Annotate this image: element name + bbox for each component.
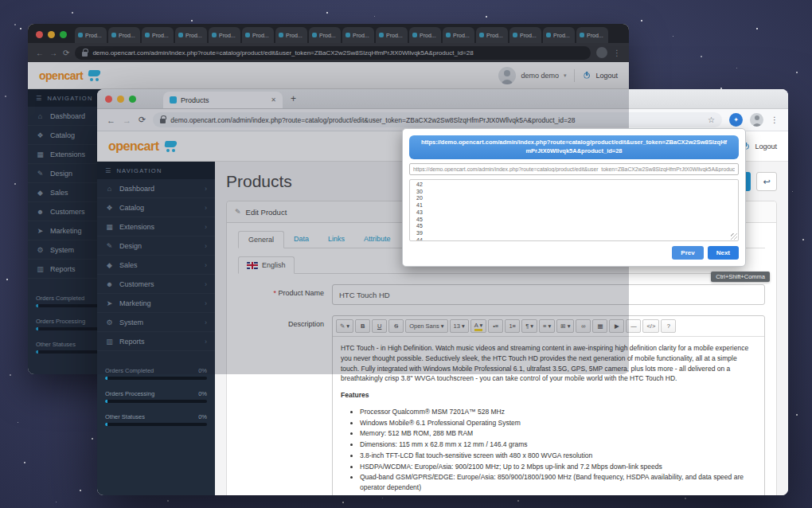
browser-tab[interactable]: Prod... [309,27,341,43]
value-line: 45 [416,223,732,230]
browser-tab[interactable]: Prod... [175,27,207,43]
tab-close-icon[interactable]: ✕ [271,96,276,104]
product-name-label: * Product Name [238,284,332,305]
uk-flag-icon [247,262,258,269]
sidebar-item-system[interactable]: ⚙ System › [97,313,215,332]
browser-tab[interactable]: Prod... [142,27,174,43]
forward-icon[interactable]: → [49,49,57,57]
editor-button-style[interactable]: ✎ ▾ [336,319,353,333]
browser-menu-icon[interactable]: ⋮ [613,49,621,57]
logout-button[interactable]: Logout [595,72,618,80]
tab-links[interactable]: Links [318,231,354,248]
profile-avatar[interactable] [596,47,607,58]
zoom-window-button[interactable] [60,31,67,38]
browser-tab[interactable]: Prod... [75,27,107,43]
description-content[interactable]: HTC Touch - in High Definition. Watch mu… [333,337,764,495]
forward-icon[interactable]: → [123,115,131,125]
browser-tab[interactable]: Prod... [342,27,374,43]
sidebar-item-extensions[interactable]: ▦ Extensions › [97,217,215,236]
opencart-logo[interactable]: opencart [39,69,103,82]
user-name[interactable]: demo demo [521,72,559,80]
editor-button-unordered-list[interactable]: •≡ [488,319,503,333]
url-text[interactable]: demo.opencart.com/admin/index.php?route=… [92,49,584,57]
minimize-window-button[interactable] [117,96,124,103]
tab-title: Prod... [520,33,537,38]
browser-tab[interactable]: Prod... [509,27,541,43]
editor-button-underline[interactable]: U [372,319,387,333]
page-title: Products [226,172,292,191]
sidebar-item-dashboard[interactable]: ⌂ Dashboard › [97,179,215,198]
editor-button-table[interactable]: ⊞ ▾ [556,319,574,333]
minimize-window-button[interactable] [48,31,55,38]
browser-tab[interactable]: Prod... [108,27,140,43]
editor-button-font-size[interactable]: 13 ▾ [450,319,469,333]
editor-button-hr[interactable]: — [626,319,641,333]
tab-data[interactable]: Data [284,231,318,248]
editor-button-ordered-list[interactable]: 1≡ [505,319,520,333]
editor-button-video[interactable]: ▶ [609,319,624,333]
browser-tab[interactable]: Prod... [576,27,608,43]
tab-language-english[interactable]: English [238,256,295,274]
browser-tab-products[interactable]: Products ✕ [163,92,283,108]
editor-button-paragraph[interactable]: ¶ ▾ [521,319,537,333]
editor-button-align[interactable]: ≡ ▾ [539,319,555,333]
zoom-window-button[interactable] [129,96,136,103]
extension-icon[interactable]: ✦ [729,113,743,127]
editor-button-help[interactable]: ? [661,319,676,333]
address-bar[interactable]: demo.opencart.com/admin/index.php?route=… [75,46,591,60]
editor-button-text-color[interactable]: A ▾ [470,319,486,333]
editor-button-code-view[interactable]: </> [642,319,659,333]
sidebar-item-reports[interactable]: ▥ Reports › [97,332,215,351]
order-stat-other-statuses: Other Statuses 0% [105,413,207,426]
browser-tab[interactable]: Prod... [409,27,441,43]
browser-tab[interactable]: Prod... [376,27,408,43]
product-name-input[interactable] [332,284,765,305]
editor-button-bold[interactable]: B [355,319,370,333]
back-tab-strip[interactable]: Prod... Prod... Prod... Prod... Prod... … [28,24,629,43]
browser-tab[interactable]: Prod... [476,27,508,43]
popup-url-input[interactable] [409,163,739,175]
tab-favicon [279,33,283,37]
reload-icon[interactable]: ⟳ [139,115,146,125]
editor-button-image[interactable]: ▦ [592,319,607,333]
tab-general[interactable]: General [238,231,284,248]
editor-button-strikethrough[interactable]: S [388,319,404,333]
browser-tab[interactable]: Prod... [543,27,575,43]
reload-icon[interactable]: ⟳ [63,49,69,57]
editor-button-link[interactable]: ∞ [576,319,591,333]
tab-title: Prod... [553,33,570,38]
back-icon[interactable]: ← [36,49,44,57]
sidebar-item-sales[interactable]: ◆ Sales › [97,256,215,275]
highlighted-url[interactable]: https://demo.opencart.com/admin/index.ph… [409,135,739,159]
address-bar[interactable]: demo.opencart.com/admin/index.php?route=… [153,112,722,127]
back-button[interactable]: ↩ [756,172,777,191]
browser-tab[interactable]: Prod... [443,27,474,43]
close-window-button[interactable] [105,96,112,103]
front-tab-strip[interactable]: Products ✕ + [97,89,788,109]
sidebar-item-design[interactable]: ✎ Design › [97,236,215,256]
close-window-button[interactable] [36,31,43,38]
back-icon[interactable]: ← [107,115,115,125]
bookmark-star-icon[interactable]: ☆ [708,115,715,124]
browser-menu-icon[interactable]: ⋮ [771,115,779,124]
user-avatar[interactable] [498,67,516,84]
browser-tab[interactable]: Prod... [209,27,240,43]
opencart-logo[interactable]: opencart [108,139,180,154]
logout-button[interactable]: Logout [755,143,777,150]
sidebar-item-catalog[interactable]: ❖ Catalog › [97,198,215,217]
browser-tab[interactable]: Prod... [242,27,274,43]
next-button[interactable]: Next [708,246,739,260]
new-tab-button[interactable]: + [291,93,296,104]
stat-value: 0% [198,367,207,374]
browser-tab[interactable]: Prod... [275,27,307,43]
tab-attribute[interactable]: Attribute [354,231,400,248]
profile-avatar[interactable] [750,113,763,127]
popup-values-list[interactable]: 42302041434545394443 [409,179,739,241]
sidebar-item-icon: ▥ [36,265,45,273]
url-text[interactable]: demo.opencart.com/admin/index.php?route=… [170,116,703,124]
stat-value: 0% [198,390,207,397]
sidebar-item-customers[interactable]: ☻ Customers › [97,275,215,294]
sidebar-item-marketing[interactable]: ➤ Marketing › [97,294,215,313]
prev-button[interactable]: Prev [672,246,703,260]
editor-button-font-family[interactable]: Open Sans ▾ [405,319,447,333]
